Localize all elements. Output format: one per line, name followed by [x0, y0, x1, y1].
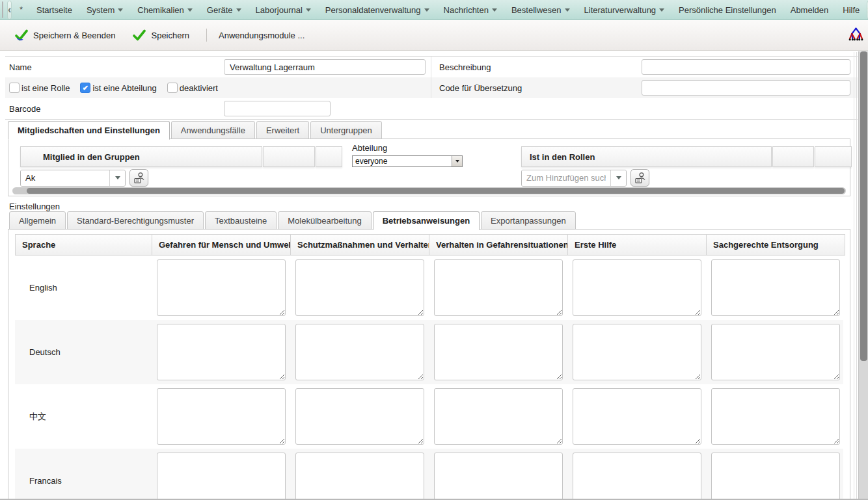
person-list-icon [634, 172, 646, 184]
menu-item-nachrichten[interactable]: Nachrichten [437, 0, 504, 20]
vertical-scrollbar[interactable] [858, 51, 868, 500]
instruction-textarea-francais-entsorgung[interactable] [711, 453, 840, 500]
instruction-textarea-deutsch-gefahren[interactable] [157, 324, 286, 380]
quick-search-input[interactable] [3, 2, 3, 18]
instruction-textarea-deutsch-erste-hilfe[interactable] [573, 324, 701, 380]
barcode-input[interactable] [224, 101, 331, 116]
instruction-textarea-english-entsorgung[interactable] [711, 259, 840, 316]
tab-standard-berechtigungsmuster[interactable]: Standard-Berechtigungsmuster [67, 211, 204, 230]
roles-search-dropdown-button[interactable] [610, 170, 626, 186]
department-label: Abteilung [352, 143, 463, 153]
menu-item-abmelden[interactable]: Abmelden [783, 0, 836, 20]
instruction-textarea-francais-erste-hilfe[interactable] [573, 453, 701, 500]
menu-item-startseite[interactable]: Startseite [29, 0, 79, 20]
roles-search-combo[interactable] [521, 170, 627, 187]
instruction-textarea-chinesisch-entsorgung[interactable] [711, 388, 840, 445]
tab-textbausteine[interactable]: Textbausteine [205, 211, 277, 230]
checkbox-deactivated-label: deaktiviert [180, 83, 218, 93]
instruction-textarea-chinesisch-schutzmassnahmen[interactable] [295, 388, 424, 445]
translation-code-input[interactable] [642, 80, 850, 96]
horizontal-scrollbar[interactable] [12, 187, 846, 194]
groups-header-cell[interactable]: Mitglied in den Gruppen [20, 146, 262, 167]
checkbox-is-department[interactable]: ✔ ist eine Abteilung [80, 83, 163, 93]
table-header-row: Sprache Gefahren für Mensch und Umwelt S… [15, 234, 843, 256]
person-list-icon [133, 172, 145, 184]
groups-search-dropdown-button[interactable] [109, 170, 125, 186]
back-button[interactable]: ‹ [7, 1, 12, 20]
instruction-textarea-english-verhalten[interactable] [434, 259, 563, 316]
column-header-verhalten[interactable]: Verhalten in Gefahrensituationen [429, 234, 568, 256]
hierarchy-tree-logo [847, 25, 865, 44]
menu-item-chemikalien[interactable]: Chemikalien [130, 0, 200, 20]
department-select[interactable]: everyone [352, 155, 463, 167]
green-check-icon [132, 29, 146, 42]
column-header-gefahren[interactable]: Gefahren für Mensch und Umwelt [152, 234, 291, 256]
tab-mitgliedschaften[interactable]: Mitgliedschaften und Einstellungen [8, 121, 170, 140]
checkbox-box-checked[interactable]: ✔ [80, 83, 90, 93]
chevron-down-icon [306, 8, 311, 12]
chevron-down-icon [565, 8, 570, 12]
application-modules-button[interactable]: Anwendungsmodule ... [219, 31, 305, 40]
column-header-sprache[interactable]: Sprache [15, 234, 152, 256]
tab-untergruppen[interactable]: Untergruppen [310, 121, 382, 139]
bookmark-star[interactable]: * [12, 5, 29, 14]
chevron-down-icon [455, 160, 459, 163]
menu-item-geraete[interactable]: Geräte [200, 0, 249, 20]
column-header-schutzmassnahmen[interactable]: Schutzmaßnahmen und Verhaltensre [290, 234, 429, 256]
instruction-textarea-english-gefahren[interactable] [157, 259, 286, 316]
instruction-textarea-english-erste-hilfe[interactable] [573, 259, 701, 316]
description-input[interactable] [642, 59, 850, 75]
instruction-textarea-deutsch-entsorgung[interactable] [711, 324, 840, 380]
horizontal-scrollbar-thumb[interactable] [27, 188, 845, 194]
menu-item-bestellwesen[interactable]: Bestellwesen [504, 0, 577, 20]
chevron-down-icon [492, 8, 497, 12]
instruction-textarea-chinesisch-erste-hilfe[interactable] [573, 388, 701, 445]
chevron-down-icon [236, 8, 241, 12]
instruction-textarea-francais-schutzmassnahmen[interactable] [295, 453, 424, 500]
menu-item-personaldatenverwaltung[interactable]: Personaldatenverwaltung [318, 0, 437, 20]
department-select-button[interactable] [452, 156, 462, 166]
checkbox-is-department-label: ist eine Abteilung [92, 83, 156, 93]
quick-search-combo[interactable] [2, 1, 3, 18]
instruction-textarea-deutsch-verhalten[interactable] [434, 324, 563, 380]
roles-header-cell[interactable]: Ist in den Rollen [521, 146, 772, 167]
save-button[interactable]: Speichern [132, 29, 189, 42]
checkbox-box[interactable] [167, 83, 178, 93]
menu-item-persoenliche-einstellungen[interactable]: Persönliche Einstellungen [671, 0, 783, 20]
tab-molekuelbearbeitung[interactable]: Molekülbearbeitung [278, 211, 371, 230]
name-input[interactable] [224, 59, 426, 75]
roles-search-input[interactable] [522, 170, 610, 186]
tab-erweitert[interactable]: Erweitert [256, 121, 309, 139]
tab-anwendungsfaelle[interactable]: Anwendungsfälle [171, 121, 255, 139]
column-header-entsorgung[interactable]: Sachgerechte Entsorgung [706, 234, 845, 256]
instruction-textarea-english-schutzmassnahmen[interactable] [295, 259, 424, 316]
menu-item-system[interactable]: System [79, 0, 130, 20]
checkbox-deactivated[interactable]: deaktiviert [167, 83, 224, 93]
tab-exportanpassungen[interactable]: Exportanpassungen [481, 211, 576, 230]
groups-search-input[interactable] [21, 170, 109, 186]
menu-item-laborjournal[interactable]: Laborjournal [249, 0, 318, 20]
department-block: Abteilung everyone [352, 143, 463, 167]
roles-search-row [521, 169, 649, 187]
instruction-textarea-deutsch-schutzmassnahmen[interactable] [295, 324, 424, 380]
groups-search-combo[interactable] [20, 170, 126, 187]
roles-member-picker-button[interactable] [631, 169, 649, 187]
menu-item-hilfe[interactable]: Hilfe [835, 0, 867, 20]
column-header-erste-hilfe[interactable]: Erste Hilfe [567, 234, 707, 256]
tab-allgemein[interactable]: Allgemein [9, 211, 66, 230]
tab-betriebsanweisungen[interactable]: Betriebsanweisungen [373, 211, 480, 230]
settings-tabbar: Allgemein Standard-Berechtigungsmuster T… [9, 211, 577, 230]
menu-item-literaturverwaltung[interactable]: Literaturverwaltung [577, 0, 672, 20]
checkbox-is-role[interactable]: ist eine Rolle [9, 83, 76, 93]
checkbox-box[interactable] [9, 83, 20, 93]
language-label: English [15, 256, 152, 320]
roles-table-header: Ist in den Rollen [521, 146, 852, 167]
vertical-scrollbar-thumb[interactable] [860, 51, 867, 361]
instruction-textarea-francais-gefahren[interactable] [157, 453, 286, 500]
groups-member-picker-button[interactable] [129, 169, 148, 187]
save-and-exit-button[interactable]: Speichern & Beenden [14, 29, 115, 42]
instruction-textarea-chinesisch-gefahren[interactable] [157, 388, 286, 445]
groups-search-row [20, 169, 148, 187]
instruction-textarea-chinesisch-verhalten[interactable] [434, 388, 563, 445]
instruction-textarea-francais-verhalten[interactable] [434, 453, 563, 500]
